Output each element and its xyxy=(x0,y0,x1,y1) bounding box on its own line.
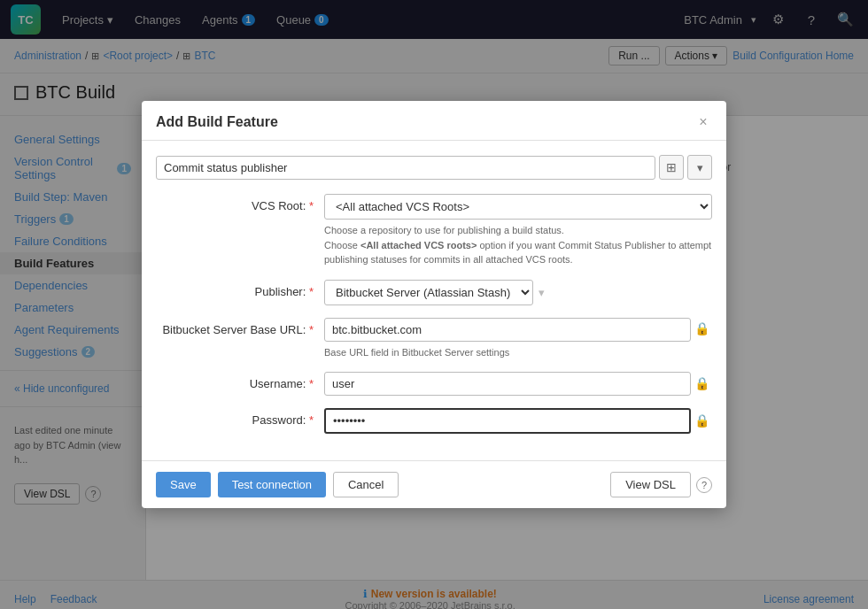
vcs-root-label: VCS Root: * xyxy=(156,194,324,212)
publisher-label: Publisher: * xyxy=(156,280,324,298)
username-input[interactable] xyxy=(324,372,691,396)
bitbucket-url-label: Bitbucket Server Base URL: * xyxy=(156,318,324,336)
modal-view-dsl-button[interactable]: View DSL xyxy=(610,472,691,497)
bitbucket-url-row: Bitbucket Server Base URL: * 🔒 Base URL … xyxy=(156,318,712,360)
password-row: Password: * 🔒 xyxy=(156,408,712,434)
username-label: Username: * xyxy=(156,372,324,390)
username-required: * xyxy=(309,377,314,390)
feature-type-row: ⊞ ▾ xyxy=(156,155,712,180)
publisher-row: Publisher: * Bitbucket Server (Atlassian… xyxy=(156,280,712,305)
modal-header: Add Build Feature × xyxy=(142,101,726,141)
modal-title: Add Build Feature xyxy=(156,114,278,130)
add-build-feature-modal: Add Build Feature × ⊞ ▾ VCS Root: * <All… xyxy=(142,101,726,508)
bitbucket-url-input[interactable] xyxy=(324,318,691,342)
publisher-select[interactable]: Bitbucket Server (Atlassian Stash) GitHu… xyxy=(324,280,533,305)
vcs-root-row: VCS Root: * <All attached VCS Roots> Cho… xyxy=(156,194,712,267)
username-row: Username: * 🔒 xyxy=(156,372,712,396)
modal-body: ⊞ ▾ VCS Root: * <All attached VCS Roots>… xyxy=(142,141,726,460)
password-required: * xyxy=(309,413,314,427)
publisher-required: * xyxy=(309,285,314,298)
test-connection-button[interactable]: Test connection xyxy=(218,472,326,497)
feature-select-icon[interactable]: ⊞ xyxy=(659,155,684,180)
vcs-root-select[interactable]: <All attached VCS Roots> xyxy=(324,194,712,220)
username-field: 🔒 xyxy=(324,372,712,396)
password-lock-icon: 🔒 xyxy=(694,413,710,429)
modal-footer: Save Test connection Cancel View DSL ? xyxy=(142,460,726,508)
modal-help-icon[interactable]: ? xyxy=(696,477,712,493)
modal-close-button[interactable]: × xyxy=(694,113,712,131)
save-button[interactable]: Save xyxy=(156,472,211,497)
vcs-root-hint: Choose a repository to use for publishin… xyxy=(324,223,712,267)
password-field: 🔒 xyxy=(324,408,712,434)
username-lock-icon: 🔒 xyxy=(694,376,710,392)
password-label: Password: * xyxy=(156,408,324,427)
publisher-dropdown-icon: ▾ xyxy=(539,286,545,299)
bitbucket-url-required: * xyxy=(309,323,314,336)
bitbucket-url-lock-icon: 🔒 xyxy=(694,321,710,337)
feature-type-input[interactable] xyxy=(156,156,655,180)
vcs-root-field: <All attached VCS Roots> Choose a reposi… xyxy=(324,194,712,267)
vcs-root-required: * xyxy=(309,199,314,212)
cancel-button[interactable]: Cancel xyxy=(333,472,399,497)
modal-footer-right: View DSL ? xyxy=(610,472,712,497)
feature-select-dropdown[interactable]: ▾ xyxy=(687,155,712,180)
bitbucket-url-field: 🔒 Base URL field in Bitbucket Server set… xyxy=(324,318,712,360)
publisher-field: Bitbucket Server (Atlassian Stash) GitHu… xyxy=(324,280,712,305)
bitbucket-url-hint: Base URL field in Bitbucket Server setti… xyxy=(324,345,712,360)
modal-footer-buttons: Save Test connection Cancel xyxy=(156,472,399,497)
password-input[interactable] xyxy=(324,408,691,434)
